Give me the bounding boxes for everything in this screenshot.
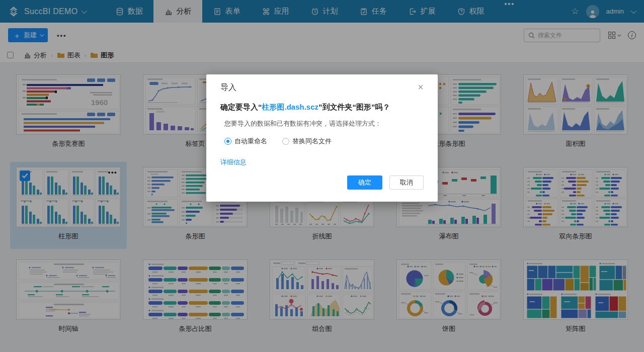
radio-unselected-icon	[282, 138, 289, 145]
import-dialog: 导入 × 确定要导入“柱形图.dash.scz”到文件夹“图形”吗？ 您要导入的…	[206, 74, 438, 202]
radio-selected-icon	[224, 138, 231, 145]
question-suffix: ”吗？	[371, 103, 390, 111]
import-file-name[interactable]: 柱形图.dash.scz	[262, 103, 319, 111]
close-icon[interactable]: ×	[418, 82, 424, 92]
conflict-hint: 您要导入的数据和已有数据有冲突，请选择处理方式：	[224, 119, 424, 128]
conflict-options: 自动重命名 替换同名文件	[224, 137, 424, 146]
target-folder-name: 图形	[356, 103, 371, 111]
radio-auto-rename[interactable]: 自动重命名	[224, 137, 267, 146]
details-link[interactable]: 详细信息	[220, 158, 247, 167]
cancel-button[interactable]: 取消	[389, 175, 424, 190]
question-prefix: 确定要导入“	[220, 103, 262, 111]
radio-auto-rename-label: 自动重命名	[234, 137, 267, 146]
radio-replace-same-name[interactable]: 替换同名文件	[282, 137, 332, 146]
dialog-title: 导入	[220, 82, 236, 93]
question-mid: ”到文件夹“	[318, 103, 356, 111]
radio-replace-label: 替换同名文件	[292, 137, 332, 146]
dialog-question: 确定要导入“柱形图.dash.scz”到文件夹“图形”吗？	[220, 103, 424, 112]
ok-button[interactable]: 确定	[347, 175, 382, 190]
